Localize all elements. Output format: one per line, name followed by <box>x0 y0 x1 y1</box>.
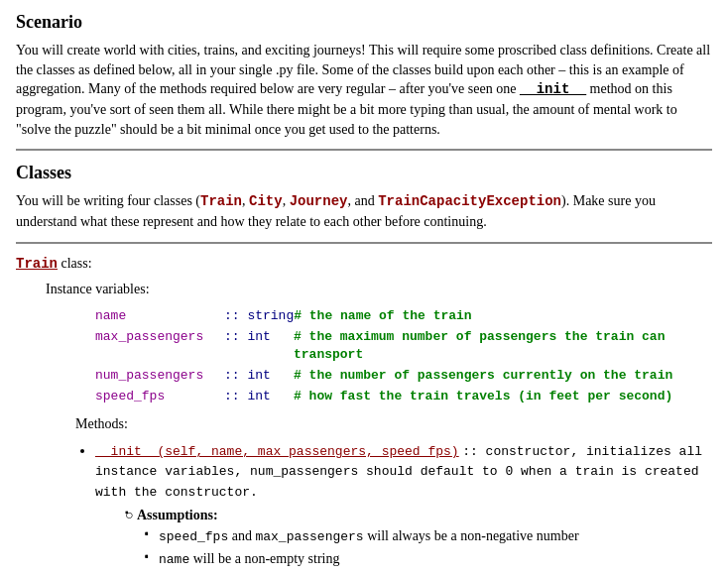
var-name-speed: speed_fps <box>95 388 224 405</box>
classes-heading: Classes <box>16 161 712 185</box>
methods-ul: __init__(self, name, max_passengers, spe… <box>95 441 712 569</box>
methods-label: Methods: <box>75 414 712 434</box>
instance-vars-list: name :: string # the name of the train m… <box>75 307 712 406</box>
assumptions-ul: ○ Assumptions: <box>125 506 712 525</box>
assumption-1-text: speed_fps <box>159 529 228 544</box>
var-comment-name: # the name of the train <box>294 307 471 325</box>
assumptions-label-item: ○ Assumptions: <box>125 506 712 525</box>
scenario-heading: Scenario <box>16 10 712 35</box>
assumptions-items-ul: ▪ speed_fps and max_passengers will alwa… <box>145 526 712 568</box>
class-exception-ref: TrainCapacityException <box>378 193 561 209</box>
var-comment-maxpass: # the maximum number of passengers the t… <box>294 328 712 364</box>
train-class-line: Train class: <box>16 254 712 275</box>
assumptions-block: ○ Assumptions: ▪ speed_fps and max_passe… <box>115 506 712 569</box>
var-speed-fps-item: speed_fps :: int # how fast the train tr… <box>95 388 712 405</box>
var-type-name: :: string <box>224 307 294 325</box>
var-num-passengers-item: num_passengers :: int # the number of pa… <box>95 367 712 385</box>
var-type-maxpass: :: int <box>224 328 294 346</box>
init-keyword: __init__ <box>520 81 586 97</box>
classes-text2: , <box>242 193 249 208</box>
train-class-body: Instance variables: name :: string # the… <box>46 280 712 569</box>
var-comment-numpass: # the number of passengers currently on … <box>294 367 672 385</box>
classes-text4: , and <box>347 193 378 208</box>
methods-section: Methods: __init__(self, name, max_passen… <box>75 414 712 569</box>
var-name-maxpass: max_passengers <box>95 328 224 346</box>
method-init-item: __init__(self, name, max_passengers, spe… <box>95 441 712 569</box>
section-divider-1 <box>16 149 712 151</box>
var-name-name: name <box>95 307 224 325</box>
section-divider-2 <box>16 242 712 244</box>
var-name-numpass: num_passengers <box>95 367 224 385</box>
assumption-2-rest: will be a non-empty string <box>189 551 339 566</box>
var-comment-speed: # how fast the train travels (in feet pe… <box>294 388 672 405</box>
var-name-item: name :: string # the name of the train <box>95 307 712 325</box>
assumption-1-maxpass: max_passengers <box>255 529 363 544</box>
bullet-2: ▪ <box>145 549 149 564</box>
assumption-1-and: and <box>228 528 255 543</box>
scenario-section: Scenario You will create world with citi… <box>16 10 712 139</box>
classes-text1: You will be writing four classes ( <box>16 193 200 208</box>
scenario-body: You will create world with cities, train… <box>16 41 712 139</box>
var-max-passengers-item: max_passengers :: int # the maximum numb… <box>95 328 712 364</box>
classes-intro: You will be writing four classes (Train,… <box>16 191 712 231</box>
var-type-speed: :: int <box>224 388 294 405</box>
class-train-ref: Train <box>200 193 242 209</box>
assumptions-circle: ○ <box>125 508 137 522</box>
classes-text3: , <box>283 193 290 208</box>
vars-ul: name :: string # the name of the train m… <box>95 307 712 406</box>
assumptions-label-text: Assumptions: <box>137 508 218 522</box>
assumption-1-rest: will always be a non-negative number <box>364 528 579 543</box>
assumption-2: ▪ name will be a non-empty string <box>145 549 712 569</box>
class-city-ref: City <box>249 193 283 209</box>
assumption-1: ▪ speed_fps and max_passengers will alwa… <box>145 526 712 546</box>
class-journey-ref: Journey <box>290 193 348 209</box>
bullet-1: ▪ <box>145 526 149 541</box>
train-class-section: Train class: Instance variables: name ::… <box>16 254 712 569</box>
train-class-suffix: class: <box>58 256 92 271</box>
init-sig-text: __init__(self, name, max_passengers, spe… <box>95 444 459 459</box>
classes-section: Classes You will be writing four classes… <box>16 161 712 231</box>
instance-vars-label: Instance variables: <box>46 280 712 299</box>
method-init-signature: __init__(self, name, max_passengers, spe… <box>95 443 702 498</box>
train-class-name: Train <box>16 256 58 272</box>
var-type-numpass: :: int <box>224 367 294 385</box>
assumption-2-name: name <box>159 552 189 567</box>
